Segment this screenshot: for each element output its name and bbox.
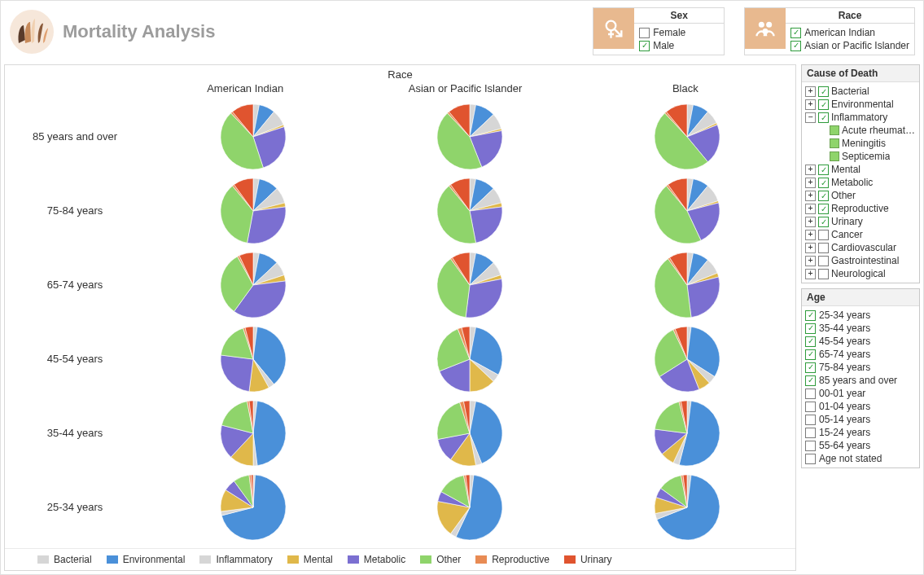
- svg-point-2: [759, 22, 764, 28]
- collapse-icon[interactable]: −: [805, 112, 816, 123]
- expand-icon[interactable]: +: [805, 191, 816, 201]
- pie-cell[interactable]: [145, 401, 361, 466]
- filter-race-title: Race: [786, 8, 914, 24]
- cod-item[interactable]: +✓Gastrointestinal: [805, 254, 916, 267]
- age-option-3[interactable]: ✓65-74 years: [805, 348, 916, 361]
- chart-legend: BacterialEnvironmentalInflammatoryMental…: [5, 548, 795, 570]
- legend-item[interactable]: Inflammatory: [199, 554, 272, 565]
- pie-cell[interactable]: [145, 104, 361, 169]
- legend-item[interactable]: Environmental: [107, 554, 186, 565]
- svg-point-1: [607, 21, 616, 31]
- legend-item[interactable]: Urinary: [564, 554, 612, 565]
- grid-col-header: Black: [576, 81, 795, 99]
- cause-of-death-panel: Cause of Death +✓Bacterial+✓Environmenta…: [801, 64, 920, 283]
- expand-icon[interactable]: +: [805, 230, 816, 240]
- race-icon: [745, 8, 786, 49]
- age-option-11[interactable]: ✓Age not stated: [805, 452, 916, 465]
- legend-item[interactable]: Other: [420, 554, 461, 565]
- cod-item[interactable]: +✓Other: [805, 189, 916, 202]
- cod-item[interactable]: +✓Metabolic: [805, 176, 916, 189]
- pie-cell[interactable]: [579, 401, 795, 466]
- app-logo-icon: [9, 9, 55, 55]
- cod-item[interactable]: +✓Bacterial: [805, 85, 916, 98]
- page-title: Mortality Analysis: [63, 21, 215, 42]
- cod-item[interactable]: −✓Inflammatory: [805, 111, 916, 124]
- grid-super-header: Race: [5, 65, 795, 81]
- pie-cell[interactable]: [361, 252, 578, 318]
- expand-icon[interactable]: +: [805, 243, 816, 253]
- expand-icon[interactable]: +: [805, 86, 816, 97]
- cod-item[interactable]: +✓Mental: [805, 163, 916, 176]
- expand-icon[interactable]: +: [805, 269, 816, 279]
- pie-cell[interactable]: [579, 104, 795, 169]
- expand-icon[interactable]: +: [805, 204, 816, 214]
- legend-item[interactable]: Mental: [287, 554, 333, 565]
- filter-sex: Sex ✓Female✓Male: [593, 7, 725, 55]
- pie-cell[interactable]: [361, 475, 578, 540]
- age-option-8[interactable]: ✓05-14 years: [805, 413, 916, 426]
- pie-cell[interactable]: [579, 327, 795, 392]
- expand-icon[interactable]: +: [805, 217, 816, 227]
- cod-item[interactable]: +✓Cancer: [805, 228, 916, 241]
- pie-cell[interactable]: [145, 327, 361, 392]
- age-panel: Age ✓25-34 years✓35-44 years✓45-54 years…: [801, 288, 920, 468]
- age-option-2[interactable]: ✓45-54 years: [805, 335, 916, 348]
- pie-grid: Race American IndianAsian or Pacific Isl…: [4, 64, 796, 571]
- cause-of-death-title: Cause of Death: [802, 65, 919, 82]
- grid-row-label: 85 years and over: [5, 130, 145, 143]
- pie-cell[interactable]: [145, 178, 361, 244]
- pie-cell[interactable]: [579, 252, 795, 318]
- age-option-7[interactable]: ✓01-04 years: [805, 400, 916, 413]
- pie-cell[interactable]: [145, 252, 361, 318]
- cod-item[interactable]: +✓Cardiovascular: [805, 241, 916, 254]
- grid-row-label: 65-74 years: [5, 279, 145, 291]
- grid-col-header: American Indian: [135, 81, 355, 99]
- age-title: Age: [802, 289, 919, 306]
- pie-cell[interactable]: [579, 475, 795, 540]
- cod-child-item[interactable]: Meningitis: [805, 137, 916, 150]
- legend-item[interactable]: Reproductive: [475, 554, 550, 565]
- legend-item[interactable]: Bacterial: [37, 554, 92, 565]
- sex-option-0[interactable]: ✓Female: [639, 26, 719, 39]
- age-option-10[interactable]: ✓55-64 years: [805, 439, 916, 452]
- expand-icon[interactable]: +: [805, 165, 816, 175]
- expand-icon[interactable]: +: [805, 99, 816, 110]
- pie-cell[interactable]: [361, 401, 578, 466]
- filter-sex-title: Sex: [634, 8, 724, 24]
- pie-cell[interactable]: [145, 475, 361, 540]
- grid-row-label: 25-34 years: [5, 501, 145, 513]
- cod-item[interactable]: +✓Environmental: [805, 98, 916, 111]
- sex-option-1[interactable]: ✓Male: [639, 39, 719, 52]
- age-option-4[interactable]: ✓75-84 years: [805, 361, 916, 374]
- race-option-0[interactable]: ✓American Indian: [790, 26, 909, 39]
- cod-child-item[interactable]: Acute rheumatic fever and chronic: [805, 124, 916, 137]
- pie-cell[interactable]: [361, 104, 578, 169]
- race-option-1[interactable]: ✓Asian or Pacific Islander: [790, 39, 909, 52]
- cod-item[interactable]: +✓Urinary: [805, 215, 916, 228]
- grid-col-header: Asian or Pacific Islander: [355, 81, 575, 99]
- filter-race: Race ✓American Indian✓Asian or Pacific I…: [744, 7, 915, 55]
- age-option-0[interactable]: ✓25-34 years: [805, 309, 916, 322]
- age-option-9[interactable]: ✓15-24 years: [805, 426, 916, 439]
- svg-point-3: [766, 22, 772, 28]
- pie-cell[interactable]: [579, 178, 795, 244]
- cod-item[interactable]: +✓Reproductive: [805, 202, 916, 215]
- legend-item[interactable]: Metabolic: [348, 554, 405, 565]
- sex-icon: [593, 8, 634, 49]
- expand-icon[interactable]: +: [805, 256, 816, 266]
- cod-child-item[interactable]: Septicemia: [805, 150, 916, 163]
- grid-row-label: 35-44 years: [5, 427, 145, 439]
- age-option-1[interactable]: ✓35-44 years: [805, 322, 916, 335]
- pie-cell[interactable]: [361, 327, 578, 392]
- expand-icon[interactable]: +: [805, 178, 816, 188]
- age-option-5[interactable]: ✓85 years and over: [805, 374, 916, 387]
- age-option-6[interactable]: ✓00-01 year: [805, 387, 916, 400]
- grid-row-label: 45-54 years: [5, 353, 145, 365]
- pie-cell[interactable]: [361, 178, 578, 244]
- grid-row-label: 75-84 years: [5, 204, 145, 217]
- cod-item[interactable]: +✓Neurological: [805, 267, 916, 280]
